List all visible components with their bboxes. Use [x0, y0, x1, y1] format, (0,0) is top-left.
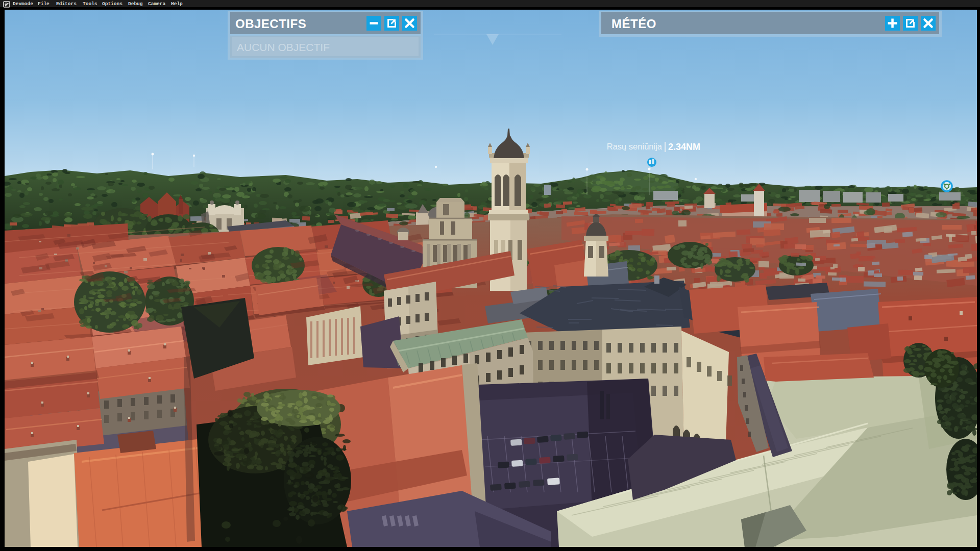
- svg-text:Rasų seniūnija: Rasų seniūnija: [607, 142, 663, 151]
- svg-text:MÉTÉO: MÉTÉO: [611, 17, 656, 31]
- svg-text:OBJECTIFS: OBJECTIFS: [235, 17, 306, 31]
- svg-text:AUCUN OBJECTIF: AUCUN OBJECTIF: [237, 41, 330, 53]
- svg-text:2.34NM: 2.34NM: [668, 142, 700, 152]
